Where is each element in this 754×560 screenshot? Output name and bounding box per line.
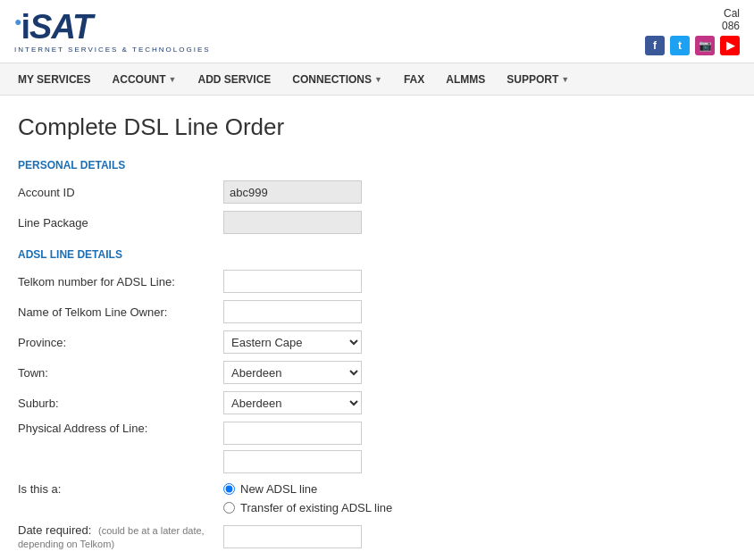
date-label: Date required: (could be at a later date… [18,523,223,550]
address-line1-input[interactable] [223,422,362,445]
telkom-number-input[interactable] [223,270,362,293]
logo: ●iSAT [14,10,211,44]
nav-add-service[interactable]: ADD SERVICE [188,64,282,95]
twitter-icon[interactable]: t [670,36,690,55]
radio-transfer-input[interactable] [223,502,235,514]
address-row: Physical Address of Line: [18,422,736,473]
header-call: Cal 086 [645,7,740,32]
facebook-icon[interactable]: f [645,36,665,55]
town-row: Town: Aberdeen Port Elizabeth East Londo… [18,361,736,384]
province-row: Province: Eastern Cape Western Cape Gaut… [18,330,736,354]
suburb-row: Suburb: Aberdeen Central [18,391,736,414]
main-nav: MY SERVICES ACCOUNT ▼ ADD SERVICE CONNEC… [0,63,754,96]
radio-transfer-adsl[interactable]: Transfer of existing ADSL line [223,501,392,514]
instagram-icon[interactable]: 📷 [695,36,715,55]
nav-connections[interactable]: CONNECTIONS ▼ [281,64,393,95]
line-package-input[interactable] [223,211,362,234]
chevron-down-icon: ▼ [561,75,569,84]
telkom-owner-label: Name of Telkom Line Owner: [18,305,223,319]
is-this-label: Is this a: [18,482,223,496]
nav-account[interactable]: ACCOUNT ▼ [102,64,188,95]
chevron-down-icon: ▼ [374,75,382,84]
date-label-text: Date required: [18,523,91,537]
header: ●iSAT INTERNET SERVICES & TECHNOLOGIES C… [0,0,754,63]
province-select[interactable]: Eastern Cape Western Cape Gauteng KwaZul… [223,330,362,354]
address-inputs [223,422,362,473]
town-label: Town: [18,366,223,380]
nav-fax[interactable]: FAX [393,64,435,95]
date-input[interactable] [223,525,362,548]
radio-transfer-label: Transfer of existing ADSL line [240,501,392,514]
nav-my-services[interactable]: MY SERVICES [7,64,102,95]
chevron-down-icon: ▼ [169,75,177,84]
suburb-select[interactable]: Aberdeen Central [223,391,362,414]
address-line2-input[interactable] [223,450,362,473]
line-package-label: Line Package [18,216,223,230]
line-package-row: Line Package [18,211,736,234]
adsl-section-header: ADSL LINE DETAILS [18,248,736,261]
radio-group: New ADSL line Transfer of existing ADSL … [223,482,392,514]
nav-almms[interactable]: ALMMS [435,64,496,95]
header-right: Cal 086 f t 📷 ▶ [645,7,740,55]
logo-subtitle: INTERNET SERVICES & TECHNOLOGIES [14,46,211,54]
account-id-input[interactable] [223,180,362,204]
province-label: Province: [18,336,223,349]
account-id-row: Account ID [18,180,736,204]
radio-new-input[interactable] [223,483,235,495]
is-this-row: Is this a: New ADSL line Transfer of exi… [18,482,736,514]
radio-new-adsl[interactable]: New ADSL line [223,482,392,496]
address-label: Physical Address of Line: [18,422,223,435]
page-title: Complete DSL Line Order [18,113,736,141]
date-row: Date required: (could be at a later date… [18,523,736,550]
main-content: Complete DSL Line Order PERSONAL DETAILS… [0,96,754,560]
youtube-icon[interactable]: ▶ [720,36,740,55]
telkom-number-label: Telkom number for ADSL Line: [18,275,223,288]
nav-support[interactable]: SUPPORT ▼ [496,64,580,95]
logo-area: ●iSAT INTERNET SERVICES & TECHNOLOGIES [14,10,211,54]
radio-new-label: New ADSL line [240,482,317,496]
social-icons: f t 📷 ▶ [645,36,740,55]
telkom-owner-row: Name of Telkom Line Owner: [18,300,736,323]
personal-section-header: PERSONAL DETAILS [18,159,736,171]
telkom-owner-input[interactable] [223,300,362,323]
telkom-number-row: Telkom number for ADSL Line: [18,270,736,293]
account-id-label: Account ID [18,186,223,199]
suburb-label: Suburb: [18,397,223,410]
town-select[interactable]: Aberdeen Port Elizabeth East London [223,361,362,384]
